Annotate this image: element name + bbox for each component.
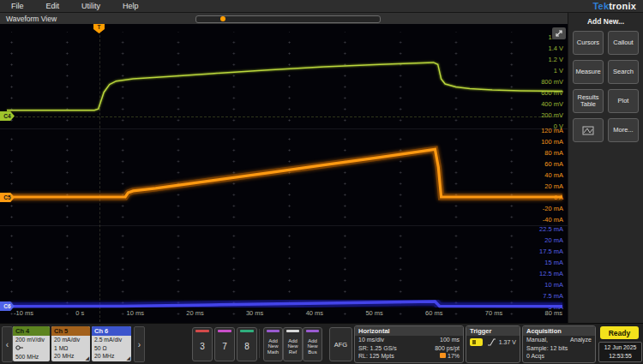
rising-edge-icon bbox=[488, 338, 496, 346]
trigger-source-badge bbox=[470, 338, 483, 346]
ch5-impedance: 1 MΩ bbox=[51, 344, 90, 353]
waveform-view-tab-bar: Waveform View bbox=[0, 13, 568, 25]
slice-divider bbox=[0, 225, 568, 226]
ch4-scale: 200 mV/div bbox=[13, 336, 50, 344]
ch3-button-label: 3 bbox=[200, 332, 205, 361]
channel-8-button[interactable]: 8 bbox=[237, 327, 257, 361]
ch5-label: Ch 5 bbox=[51, 326, 90, 336]
acquisition-sample: Sample: 12 bits bbox=[526, 344, 568, 353]
eye-diagram-icon bbox=[582, 126, 594, 135]
add-bus-label: Add New Bus bbox=[303, 332, 322, 361]
menu-utility[interactable]: Utility bbox=[70, 2, 111, 10]
afg-label: AFG bbox=[334, 328, 347, 361]
ch5-scale: 20 mA/div bbox=[51, 336, 90, 344]
channel-3-button[interactable]: 3 bbox=[192, 327, 213, 361]
bottom-settings-bar: ‹ Ch 4 200 mV/div 500 MHz Ch 5 20 mA/div… bbox=[0, 323, 643, 364]
menu-bar: File Edit Utility Help Tektronix bbox=[0, 0, 643, 13]
ch4-reference-line bbox=[7, 116, 562, 117]
add-new-ref-button[interactable]: Add New Ref bbox=[283, 327, 303, 361]
scroll-channels-left-button[interactable]: ‹ bbox=[2, 326, 13, 362]
eye-diagram-button[interactable] bbox=[573, 118, 604, 142]
ch6-label: Ch 6 bbox=[92, 326, 131, 336]
measure-button[interactable]: Measure bbox=[573, 60, 604, 84]
resolution: 800 ps/pt bbox=[435, 344, 460, 353]
date-label: 12 Jun 2025 bbox=[599, 343, 641, 352]
expand-icon bbox=[554, 28, 564, 39]
sample-rate: SR: 1.25 GS/s bbox=[358, 344, 397, 353]
probe-icon bbox=[15, 344, 23, 351]
add-new-math-button[interactable]: Add New Math bbox=[263, 327, 283, 361]
trigger-panel[interactable]: Trigger 1.37 V bbox=[466, 325, 520, 363]
ch5-axis-labels: 120 mA100 mA 80 mA60 mA 40 mA20 mA 0 A-2… bbox=[541, 128, 563, 224]
trigger-position-line bbox=[99, 31, 100, 322]
more-button[interactable]: More... bbox=[608, 118, 639, 142]
ch6-scale: 2.5 mA/div bbox=[92, 336, 131, 344]
slice-divider bbox=[0, 128, 568, 129]
acquisition-mode: Manual, bbox=[526, 336, 548, 344]
graticule-ch4 bbox=[7, 32, 562, 128]
add-math-label: Add New Math bbox=[264, 332, 282, 361]
acquisition-count: 0 Acqs bbox=[526, 352, 544, 361]
slider-handle[interactable] bbox=[220, 16, 225, 21]
waveform-display[interactable]: 1.6 V1.4 V 1.2 V1 V 800 mV600 mV 400 mV2… bbox=[0, 24, 568, 324]
add-ref-label: Add New Ref bbox=[284, 332, 302, 361]
scroll-channels-right-button[interactable]: › bbox=[134, 326, 145, 362]
horizontal-position-slider[interactable] bbox=[195, 15, 381, 23]
acquisition-analyze: Analyze bbox=[570, 336, 592, 344]
record-length: RL: 125 Mpts bbox=[358, 352, 394, 361]
ch8-button-label: 8 bbox=[244, 332, 249, 361]
ch6-axis-labels: 22.5 mA20 mA 17.5 mA15 mA 12.5 mA10 mA 7… bbox=[539, 226, 563, 311]
channel-5-badge[interactable]: Ch 5 20 mA/div 1 MΩ 20 MHz ◢ bbox=[51, 326, 90, 361]
horizontal-scale: 10 ms/div bbox=[358, 336, 384, 344]
ch4-axis-labels: 1.6 V1.4 V 1.2 V1 V 800 mV600 mV 400 mV2… bbox=[541, 34, 563, 130]
trigger-level: 1.37 V bbox=[499, 338, 516, 347]
callout-button[interactable]: Callout bbox=[608, 31, 639, 55]
search-button[interactable]: Search bbox=[608, 60, 639, 84]
tektronix-logo: Tektronix bbox=[592, 1, 643, 11]
ch4-bandwidth: 500 MHz bbox=[13, 353, 50, 361]
time-label: 12:53:55 bbox=[599, 352, 641, 361]
expand-view-button[interactable] bbox=[552, 27, 566, 39]
channel-6-badge[interactable]: Ch 6 2.5 mA/div 50 Ω 20 MHz ◢ bbox=[92, 326, 131, 361]
tab-waveform-view[interactable]: Waveform View bbox=[0, 15, 57, 23]
channel-7-button[interactable]: 7 bbox=[214, 327, 235, 361]
channel-4-badge[interactable]: Ch 4 200 mV/div 500 MHz bbox=[13, 326, 50, 361]
time-axis-labels: -10 ms0 s 10 ms20 ms 30 ms40 ms 50 ms60 … bbox=[14, 309, 562, 317]
record-view-icon bbox=[440, 353, 446, 358]
results-table-button[interactable]: Results Table bbox=[573, 89, 604, 113]
ready-status-badge: Ready bbox=[600, 326, 639, 339]
channel-menu-icon: ◢ bbox=[126, 355, 130, 361]
menu-edit[interactable]: Edit bbox=[35, 2, 71, 10]
afg-button[interactable]: AFG bbox=[329, 327, 352, 361]
horizontal-panel[interactable]: Horizontal 10 ms/div 100 ms SR: 1.25 GS/… bbox=[354, 325, 464, 363]
menu-file[interactable]: File bbox=[0, 2, 35, 10]
acquisition-panel[interactable]: Acquisition Manual, Analyze Sample: 12 b… bbox=[522, 325, 596, 363]
channel-menu-icon: ◢ bbox=[85, 355, 89, 361]
divider bbox=[259, 329, 260, 358]
graticule-ch5 bbox=[7, 128, 562, 225]
trigger-title: Trigger bbox=[466, 326, 520, 336]
ch6-impedance: 50 Ω bbox=[92, 344, 131, 353]
add-new-label: Add New... bbox=[568, 17, 643, 26]
ch6-bandwidth: 20 MHz bbox=[92, 352, 131, 361]
chevron-right-icon: › bbox=[138, 340, 141, 349]
ch7-button-label: 7 bbox=[222, 332, 227, 361]
record-view-percent: 17% bbox=[440, 352, 460, 361]
cursors-button[interactable]: Cursors bbox=[573, 31, 604, 55]
ch5-bandwidth: 20 MHz bbox=[51, 352, 90, 361]
add-new-bus-button[interactable]: Add New Bus bbox=[303, 327, 322, 361]
ch4-probe-row bbox=[13, 344, 50, 354]
datetime-display: 12 Jun 2025 12:53:55 bbox=[598, 342, 642, 362]
plot-button[interactable]: Plot bbox=[608, 89, 639, 113]
acquisition-title: Acquisition bbox=[523, 326, 595, 336]
ch4-label: Ch 4 bbox=[13, 326, 50, 336]
horizontal-window: 100 ms bbox=[440, 336, 460, 344]
chevron-left-icon: ‹ bbox=[6, 340, 9, 349]
graticule-ch6 bbox=[7, 225, 562, 322]
horizontal-title: Horizontal bbox=[355, 326, 463, 336]
menu-help[interactable]: Help bbox=[111, 2, 150, 10]
add-new-sidebar: Add New... Cursors Callout Measure Searc… bbox=[568, 13, 643, 324]
